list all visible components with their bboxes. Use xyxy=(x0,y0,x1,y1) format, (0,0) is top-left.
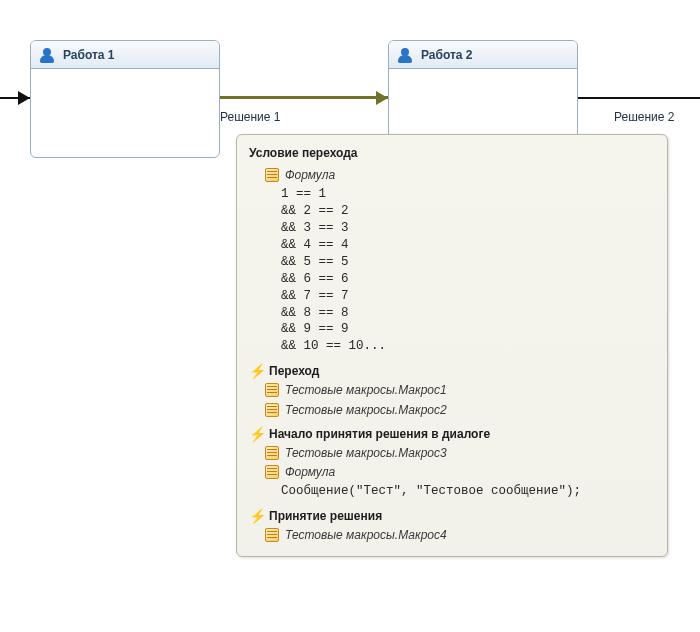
section-transition: Переход xyxy=(249,363,655,379)
section-dialog-start: Начало принятия решения в диалоге xyxy=(249,426,655,442)
arrow-head-incoming xyxy=(18,91,30,105)
node-title: Работа 1 xyxy=(63,48,115,62)
node-title: Работа 2 xyxy=(421,48,473,62)
workflow-node-1[interactable]: Работа 1 xyxy=(30,40,220,158)
arrow-head-1 xyxy=(376,91,388,105)
script-icon xyxy=(265,528,279,542)
formula-row: Формула xyxy=(249,464,655,480)
macro-row: Тестовые макросы.Макрос4 xyxy=(249,527,655,543)
formula-code: Сообщение("Тест", "Тестовое сообщение"); xyxy=(281,483,655,500)
script-icon xyxy=(265,446,279,460)
section-title-text: Переход xyxy=(269,363,319,379)
script-icon xyxy=(265,383,279,397)
macro-label: Тестовые макросы.Макрос2 xyxy=(285,402,447,418)
transition-tooltip: Условие перехода Формула 1 == 1 && 2 == … xyxy=(236,134,668,557)
section-title-text: Начало принятия решения в диалоге xyxy=(269,426,490,442)
macro-label: Тестовые макросы.Макрос1 xyxy=(285,382,447,398)
edge-2[interactable] xyxy=(578,97,700,99)
script-icon xyxy=(265,168,279,182)
bolt-icon xyxy=(249,509,263,523)
node-header: Работа 1 xyxy=(31,41,219,69)
section-title-text: Принятие решения xyxy=(269,508,382,524)
workflow-canvas: Работа 1 Решение 1 Работа 2 Решение 2 Ус… xyxy=(0,0,700,632)
edge-1-label: Решение 1 xyxy=(220,110,280,124)
person-icon xyxy=(397,47,413,63)
script-icon xyxy=(265,465,279,479)
formula-label: Формула xyxy=(285,464,335,480)
script-icon xyxy=(265,403,279,417)
section-decision: Принятие решения xyxy=(249,508,655,524)
formula-label: Формула xyxy=(285,167,335,183)
bolt-icon xyxy=(249,364,263,378)
formula-row: Формула xyxy=(249,167,655,183)
node-header: Работа 2 xyxy=(389,41,577,69)
macro-row: Тестовые макросы.Макрос3 xyxy=(249,445,655,461)
macro-label: Тестовые макросы.Макрос4 xyxy=(285,527,447,543)
formula-code: 1 == 1 && 2 == 2 && 3 == 3 && 4 == 4 && … xyxy=(281,186,655,355)
macro-row: Тестовые макросы.Макрос1 xyxy=(249,382,655,398)
bolt-icon xyxy=(249,427,263,441)
edge-1[interactable] xyxy=(220,96,389,99)
macro-row: Тестовые макросы.Макрос2 xyxy=(249,402,655,418)
tooltip-title: Условие перехода xyxy=(249,145,655,161)
macro-label: Тестовые макросы.Макрос3 xyxy=(285,445,447,461)
person-icon xyxy=(39,47,55,63)
edge-2-label: Решение 2 xyxy=(614,110,674,124)
